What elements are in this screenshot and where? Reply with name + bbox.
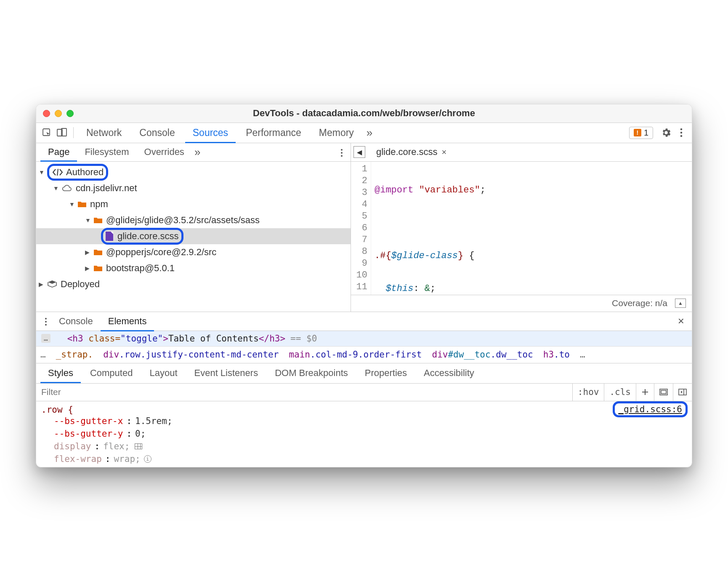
flex-badge-icon[interactable] [135, 443, 142, 449]
authored-label: Authored [66, 167, 104, 178]
maximize-button[interactable] [66, 110, 74, 117]
elements-subtabs: Styles Computed Layout Event Listeners D… [36, 363, 692, 384]
sidebar-toggle-icon[interactable] [673, 384, 692, 401]
tree-authored[interactable]: ▼ Authored [36, 164, 351, 180]
dom-selected-line[interactable]: … <h3 class = "toggle" > Table of Conten… [36, 331, 692, 347]
folder-icon [93, 264, 103, 272]
tab-page[interactable]: Page [40, 144, 77, 162]
tab-overrides[interactable]: Overrides [137, 144, 192, 160]
drawer-close-icon[interactable]: × [675, 315, 688, 328]
editor-tab-label: glide.core.scss [376, 147, 438, 157]
svg-point-11 [45, 321, 47, 323]
tab-filesystem[interactable]: Filesystem [77, 144, 136, 160]
disclosure-icon[interactable]: ▶ [85, 249, 92, 256]
tab-layout[interactable]: Layout [142, 364, 185, 382]
editor-nav-icon[interactable]: ◀ [353, 146, 365, 158]
bootstrap-folder-label: bootstrap@5.0.1 [106, 263, 175, 274]
highlight-file: glide.core.scss [101, 228, 183, 245]
tab-event-listeners[interactable]: Event Listeners [187, 364, 266, 382]
minimize-button[interactable] [55, 110, 62, 117]
navigator-tabs: Page Filesystem Overrides » [36, 143, 351, 162]
device-toggle-icon[interactable] [56, 126, 68, 139]
tab-styles[interactable]: Styles [40, 364, 81, 383]
tab-memory[interactable]: Memory [311, 124, 361, 142]
drawer-tabs: Console Elements × [36, 312, 692, 331]
tab-computed[interactable]: Computed [82, 364, 141, 382]
code-content[interactable]: @import "variables"; .#{$glide-class} { … [371, 162, 692, 295]
more-navigator-tabs-icon[interactable]: » [192, 146, 203, 159]
info-icon[interactable]: i [144, 455, 151, 463]
breadcrumb-ellipsis[interactable]: … [40, 350, 46, 360]
close-tab-icon[interactable]: × [442, 147, 447, 157]
new-style-rule-icon[interactable] [636, 384, 654, 401]
tree-glide-folder[interactable]: ▼ @glidejs/glide@3.5.2/src/assets/sass [36, 212, 351, 228]
code-editor[interactable]: 12 34 56 78 910 11 @import "variables"; … [351, 162, 692, 295]
svg-point-7 [341, 152, 343, 154]
disclosure-icon[interactable]: ▶ [85, 265, 92, 272]
line-gutter: 12 34 56 78 910 11 [351, 162, 371, 295]
dom-ellipsis-icon[interactable]: … [41, 334, 50, 343]
svg-point-6 [341, 149, 343, 150]
svg-point-5 [680, 135, 683, 137]
breadcrumb-item[interactable]: div#dw__toc.dw__toc [432, 350, 533, 360]
tab-properties[interactable]: Properties [357, 364, 414, 382]
main-toolbar: Network Console Sources Performance Memo… [36, 123, 692, 143]
disclosure-icon[interactable]: ▼ [85, 217, 92, 224]
svg-rect-16 [661, 390, 666, 394]
tab-accessibility[interactable]: Accessibility [416, 364, 482, 382]
breadcrumb-item[interactable]: main.col-md-9.order-first [289, 350, 422, 360]
breadcrumb-ellipsis[interactable]: … [580, 350, 585, 360]
computed-styles-icon[interactable] [654, 384, 673, 401]
rule-source-link[interactable]: _grid.scss:6 [618, 404, 682, 414]
navigator-menu-icon[interactable] [337, 146, 346, 158]
tab-sources[interactable]: Sources [185, 124, 236, 143]
tree-cdn[interactable]: ▼ cdn.jsdelivr.net [36, 180, 351, 196]
toolbar-divider [73, 127, 74, 138]
glide-folder-label: @glidejs/glide@3.5.2/src/assets/sass [106, 215, 260, 226]
breadcrumb-item[interactable]: div.row.justify-content-md-center [103, 350, 279, 360]
hov-toggle[interactable]: :hov [572, 384, 604, 401]
deployed-label: Deployed [61, 279, 100, 290]
cloud-icon [61, 184, 72, 192]
editor-tab-glide[interactable]: glide.core.scss × [371, 144, 452, 160]
drawer-tab-elements[interactable]: Elements [101, 312, 154, 331]
breadcrumb-item[interactable]: h3.to [543, 350, 570, 360]
settings-icon[interactable] [660, 126, 672, 139]
drawer-menu-icon[interactable] [40, 316, 51, 327]
more-tabs-icon[interactable]: » [364, 126, 375, 139]
folder-icon [77, 200, 87, 208]
cdn-label: cdn.jsdelivr.net [76, 183, 137, 194]
styles-rule[interactable]: _grid.scss:6 .row { --bs-gutter-x: 1.5re… [36, 401, 692, 467]
highlight-authored: Authored [47, 164, 108, 181]
tree-npm[interactable]: ▼ npm [36, 196, 351, 212]
kebab-menu-icon[interactable] [675, 126, 688, 139]
coverage-bar: Coverage: n/a ▲ [351, 295, 692, 312]
warnings-badge[interactable]: ! 1 [629, 127, 653, 139]
sources-panel: Page Filesystem Overrides » ▼ Authored [36, 143, 692, 312]
styles-filter-input[interactable] [36, 387, 572, 397]
npm-label: npm [90, 199, 108, 210]
close-button[interactable] [43, 110, 50, 117]
warning-icon: ! [634, 129, 641, 136]
disclosure-icon[interactable]: ▼ [53, 185, 60, 192]
tree-deployed[interactable]: ▶ Deployed [36, 276, 351, 292]
inspect-icon[interactable] [40, 126, 53, 139]
disclosure-icon[interactable]: ▶ [39, 281, 45, 288]
tab-dom-breakpoints[interactable]: DOM Breakpoints [267, 364, 356, 382]
tree-popper-folder[interactable]: ▶ @popperjs/core@2.9.2/src [36, 244, 351, 260]
tree-glide-file[interactable]: glide.core.scss [36, 228, 351, 244]
tree-bootstrap-folder[interactable]: ▶ bootstrap@5.0.1 [36, 260, 351, 276]
drawer-tab-console[interactable]: Console [51, 312, 101, 330]
editor-tabs: ◀ glide.core.scss × [351, 143, 692, 162]
disclosure-icon[interactable]: ▼ [69, 201, 76, 208]
tab-console[interactable]: Console [132, 124, 182, 142]
cls-toggle[interactable]: .cls [604, 384, 636, 401]
dom-breadcrumbs[interactable]: … _strap. div.row.justify-content-md-cen… [36, 347, 692, 363]
tab-network[interactable]: Network [79, 124, 129, 142]
coverage-label: Coverage: n/a [612, 298, 667, 308]
coverage-toggle-icon[interactable]: ▲ [675, 299, 686, 308]
folder-icon [93, 216, 103, 224]
disclosure-icon[interactable]: ▼ [39, 169, 45, 176]
tab-performance[interactable]: Performance [238, 124, 309, 142]
highlight-source-link: _grid.scss:6 [613, 401, 688, 417]
